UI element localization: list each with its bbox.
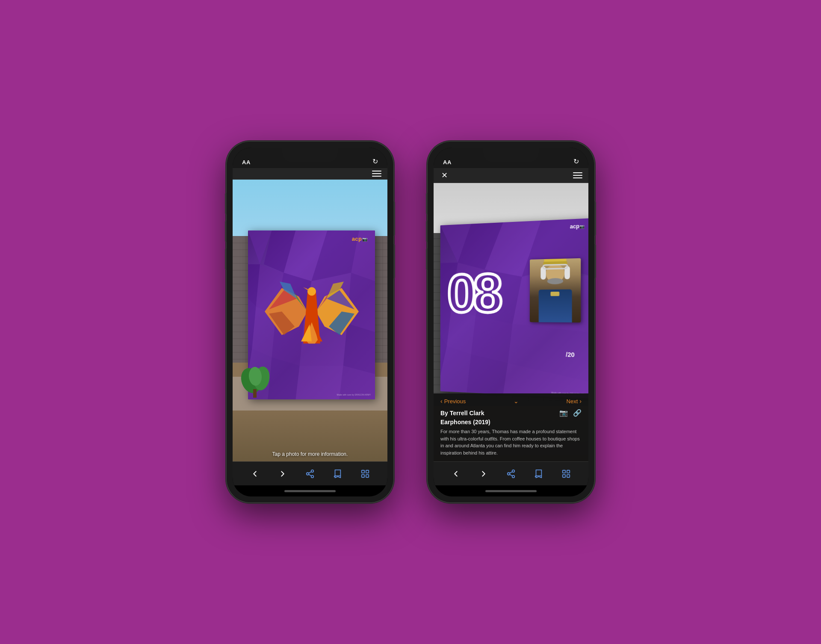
bookmarks-icon-1: [333, 469, 342, 479]
svg-rect-62: [567, 470, 570, 473]
notch-2: [483, 148, 539, 162]
body: [539, 290, 572, 322]
panel-nav: ‹ Previous ⌄ Next ›: [440, 398, 582, 405]
link-icon-panel[interactable]: 🔗: [573, 409, 582, 417]
forward-button-1[interactable]: [275, 466, 290, 482]
tabs-button-1[interactable]: [357, 466, 373, 482]
forward-icon-2: [479, 469, 488, 479]
next-button[interactable]: Next ›: [567, 398, 582, 405]
bookmarks-button-2[interactable]: [531, 466, 546, 482]
screen-content-2: acp📷 08: [434, 183, 588, 461]
prev-label: Previous: [444, 398, 466, 405]
home-indicator-2: [434, 485, 588, 496]
status-right-1: ↻: [372, 157, 378, 165]
menu-button-2[interactable]: [573, 172, 582, 178]
forward-icon-1: [278, 469, 287, 479]
home-indicator-1: [233, 485, 387, 496]
svg-marker-22: [296, 366, 343, 399]
svg-rect-64: [567, 474, 570, 477]
slash-twenty: /20: [566, 351, 575, 358]
back-icon-1: [250, 469, 260, 479]
svg-rect-61: [563, 470, 565, 473]
number-08: 08: [447, 266, 499, 321]
acp-logo-1: acp📷: [352, 236, 367, 242]
svg-rect-42: [366, 470, 369, 473]
acp-text-1: acp: [352, 236, 362, 242]
home-bar-1: [284, 490, 336, 492]
bottom-toolbar-1: [233, 461, 387, 485]
phoenix-svg: [265, 280, 359, 344]
phone-2-screen: AA ↻ ✕: [434, 148, 588, 496]
down-chevron-icon[interactable]: ⌄: [514, 398, 519, 405]
reload-icon-2[interactable]: ↻: [573, 157, 579, 165]
collar: [551, 292, 560, 296]
reload-icon-1[interactable]: ↻: [372, 157, 378, 165]
share-button-1[interactable]: [302, 466, 318, 482]
svg-rect-43: [362, 474, 364, 477]
bottom-toolbar-2: [434, 461, 588, 485]
back-button-1[interactable]: [247, 466, 263, 482]
beard: [547, 278, 563, 284]
phone-2: AA ↻ ✕: [428, 142, 594, 502]
browser-bar-1: [233, 168, 387, 180]
person-photo-2: [530, 258, 581, 322]
mural-2-inner: acp📷 08: [440, 218, 588, 398]
aa-label-1: AA: [242, 159, 251, 165]
artwork-title: Earphones (2019): [440, 419, 582, 425]
headphone-band: [543, 264, 568, 270]
back-icon-2: [451, 469, 461, 479]
mural-footer-1: Made with care by DRAGON ARMY: [337, 393, 371, 396]
footer-text-1: Made with care by DRAGON ARMY: [337, 393, 371, 396]
notch-1: [282, 148, 338, 162]
tabs-icon-1: [360, 469, 370, 479]
back-button-2[interactable]: [448, 466, 464, 482]
next-chevron-icon: ›: [579, 398, 582, 405]
head: [546, 264, 565, 283]
forward-button-2[interactable]: [476, 466, 491, 482]
author-text: By Terrell Clark: [440, 410, 484, 417]
panel-action-icons: 📷 🔗: [559, 409, 582, 417]
ar-view-1[interactable]: acp📷: [233, 180, 387, 461]
svg-rect-3: [253, 389, 257, 398]
bookmarks-icon-2: [534, 469, 543, 479]
author-row: By Terrell Clark 📷 🔗: [440, 409, 582, 417]
phone-1-screen: AA ↻: [233, 148, 387, 496]
acp-logo-2: acp📷: [570, 223, 585, 230]
phoenix-1: [265, 280, 359, 344]
status-right-2: ↻: [573, 157, 579, 165]
person-sim-2: [530, 258, 581, 322]
info-panel-2: ‹ Previous ⌄ Next › By Terrell Clark: [434, 393, 588, 461]
share-icon-1: [305, 469, 315, 479]
camera-icon-panel[interactable]: 📷: [559, 409, 568, 417]
phone-1-shell: AA ↻: [227, 142, 393, 502]
plant-1: [240, 359, 275, 399]
svg-rect-63: [563, 474, 565, 477]
svg-rect-41: [362, 470, 364, 473]
mural-2[interactable]: acp📷 08: [440, 218, 588, 398]
svg-point-39: [307, 287, 316, 296]
artwork-description: For more than 30 years, Thomas has made …: [440, 428, 582, 456]
prev-chevron-icon: ‹: [440, 398, 443, 405]
tap-hint-1: Tap a photo for more information.: [272, 451, 348, 457]
aa-label-2: AA: [443, 159, 452, 165]
tabs-button-2[interactable]: [558, 466, 574, 482]
share-icon-2: [506, 469, 516, 479]
phone-1: AA ↻: [227, 142, 393, 502]
tabs-icon-2: [561, 469, 571, 479]
screen-content-1: acp📷: [233, 180, 387, 461]
acp-camera-icon: 📷: [362, 237, 368, 242]
menu-button-1[interactable]: [372, 171, 381, 177]
browser-bar-2: ✕: [434, 168, 588, 183]
scene-bg-1: acp📷: [233, 180, 387, 461]
svg-rect-44: [366, 474, 369, 477]
bookmarks-button-1[interactable]: [330, 466, 345, 482]
close-button-2[interactable]: ✕: [441, 171, 448, 180]
share-button-2[interactable]: [503, 466, 519, 482]
phone-2-shell: AA ↻ ✕: [428, 142, 594, 502]
next-label: Next: [567, 398, 578, 405]
home-bar-2: [485, 490, 537, 492]
prev-button[interactable]: ‹ Previous: [440, 398, 466, 405]
